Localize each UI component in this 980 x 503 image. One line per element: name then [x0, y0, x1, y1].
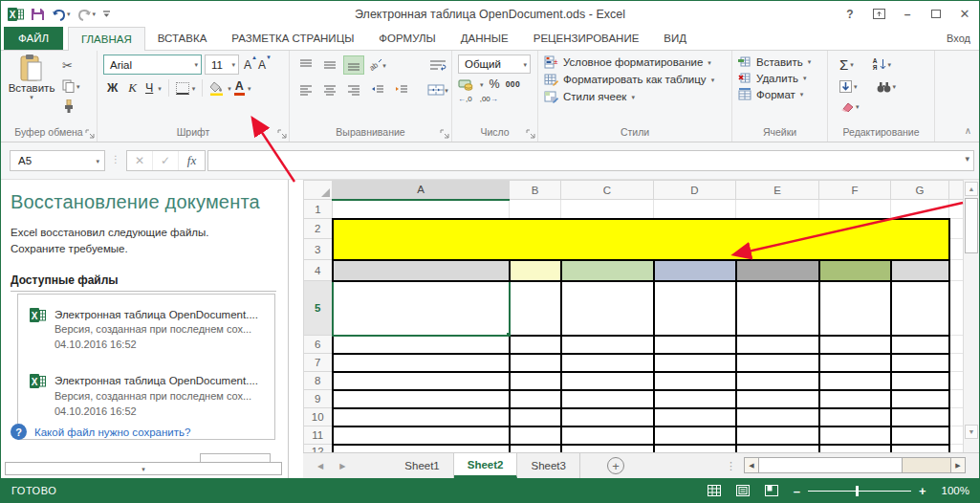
font-name-select[interactable]: Arial▾	[103, 55, 202, 75]
cell-C8[interactable]	[561, 372, 654, 390]
row-header-8[interactable]: 8	[304, 372, 333, 390]
new-sheet-button[interactable]: +	[607, 457, 624, 474]
cell-B6[interactable]	[510, 336, 561, 354]
fill-color-dropdown-icon[interactable]: ▾	[228, 85, 231, 92]
horizontal-scroll-thumb[interactable]	[759, 458, 903, 472]
cell-A5[interactable]	[333, 281, 510, 336]
cell-F6[interactable]	[819, 336, 891, 354]
minimize-button[interactable]: –	[893, 3, 922, 26]
next-sheet-icon[interactable]: ▶	[339, 462, 345, 470]
cell-G3[interactable]	[891, 239, 949, 260]
prev-sheet-icon[interactable]: ◀	[317, 462, 323, 470]
cell-C3[interactable]	[561, 239, 654, 260]
cell-G4[interactable]	[891, 260, 949, 281]
cell-F8[interactable]	[819, 372, 891, 390]
vertical-scroll-thumb[interactable]	[965, 198, 978, 253]
paste-dropdown-icon[interactable]: ▾	[30, 94, 33, 100]
cell-E10[interactable]	[736, 408, 819, 426]
scroll-up-icon[interactable]: ▲	[965, 182, 978, 196]
name-box[interactable]: A5 ▾	[10, 150, 105, 171]
maximize-button[interactable]	[922, 3, 950, 26]
collapse-ribbon-button[interactable]: ∧	[965, 125, 971, 136]
row-header-12[interactable]: 12	[304, 445, 333, 453]
confirm-entry-button[interactable]: ✓	[153, 151, 179, 170]
row-header-6[interactable]: 6	[304, 336, 333, 354]
find-select-button[interactable]: ▾	[873, 79, 901, 95]
cell-C5[interactable]	[561, 281, 654, 336]
cell-E3[interactable]	[736, 239, 819, 260]
cell-A2[interactable]	[333, 219, 510, 239]
cell-B12[interactable]	[510, 445, 561, 453]
tab-view[interactable]: ВИД	[651, 27, 699, 50]
sheetbar-splitter[interactable]: ⋮	[726, 453, 736, 478]
align-middle-button[interactable]	[319, 55, 340, 75]
cell-B9[interactable]	[510, 390, 561, 408]
cell-A11[interactable]	[333, 426, 510, 445]
cell-B4[interactable]	[510, 260, 561, 281]
cell-styles-button[interactable]: Стили ячеек▾	[544, 90, 714, 103]
undo-button[interactable]: ▾	[52, 8, 71, 21]
cell-F4[interactable]	[819, 260, 891, 281]
recovery-pane-partial-button[interactable]	[200, 453, 271, 462]
copy-button[interactable]: ▾	[58, 77, 84, 95]
cell-F9[interactable]	[819, 390, 891, 408]
increase-decimal-button[interactable]: ←←,0,0	[458, 95, 472, 103]
select-all-corner[interactable]	[304, 181, 333, 200]
row-header-4[interactable]: 4	[304, 260, 333, 281]
orientation-button[interactable]: ab▾	[367, 55, 388, 75]
column-header-C[interactable]: C	[561, 181, 654, 200]
cell-G11[interactable]	[891, 426, 949, 445]
underline-button[interactable]: Ч	[143, 81, 155, 95]
zoom-percentage[interactable]: 100%	[942, 485, 969, 496]
zoom-slider-thumb[interactable]	[856, 486, 859, 496]
close-button[interactable]: ✕	[950, 3, 979, 26]
cut-button[interactable]: ✂	[58, 56, 84, 75]
cell-A7[interactable]	[333, 354, 510, 372]
borders-dropdown-icon[interactable]: ▾	[192, 85, 196, 92]
autosum-button[interactable]: Σ▾	[836, 55, 858, 74]
redo-dropdown-icon[interactable]: ▾	[93, 11, 97, 17]
redo-button[interactable]: ▾	[77, 8, 97, 21]
cell-E8[interactable]	[736, 372, 819, 390]
cell-G6[interactable]	[891, 336, 949, 354]
increase-font-size-button[interactable]: A▲	[244, 58, 251, 72]
cell-D7[interactable]	[654, 354, 736, 372]
clear-button[interactable]: ▾	[836, 99, 863, 114]
number-dialog-launcher[interactable]	[526, 128, 535, 138]
number-format-select[interactable]: Общий▾	[458, 55, 531, 74]
recovery-pane-scrollbar[interactable]: ▾	[5, 462, 282, 475]
cell-D6[interactable]	[654, 336, 736, 354]
underline-dropdown-icon[interactable]: ▾	[158, 85, 162, 92]
column-header-D[interactable]: D	[654, 181, 736, 200]
tab-file[interactable]: ФАЙЛ	[4, 27, 63, 50]
formula-bar-splitter[interactable]: ⋮	[111, 154, 120, 164]
align-top-button[interactable]	[295, 55, 316, 75]
align-right-button[interactable]	[343, 80, 364, 99]
accounting-dropdown-icon[interactable]: ▾	[480, 81, 484, 88]
cell-E6[interactable]	[736, 336, 819, 354]
tab-page-layout[interactable]: РАЗМЕТКА СТРАНИЦЫ	[219, 27, 366, 50]
tab-formulas[interactable]: ФОРМУЛЫ	[366, 27, 447, 50]
cell-G8[interactable]	[891, 372, 949, 390]
tab-data[interactable]: ДАННЫЕ	[448, 27, 521, 50]
zoom-slider[interactable]	[808, 486, 911, 496]
align-bottom-button[interactable]	[343, 55, 364, 75]
ribbon-display-options-button[interactable]	[864, 3, 893, 26]
cancel-entry-button[interactable]: ✕	[127, 151, 153, 170]
align-left-button[interactable]	[295, 80, 316, 99]
column-header-A[interactable]: A	[333, 181, 510, 200]
clipboard-dialog-launcher[interactable]	[85, 128, 95, 138]
fill-button[interactable]: ▾	[836, 78, 861, 95]
cell-A9[interactable]	[333, 390, 510, 408]
fill-handle[interactable]	[506, 332, 510, 336]
cell-C11[interactable]	[561, 426, 654, 445]
row-header-2[interactable]: 2	[304, 219, 333, 239]
cell-F11[interactable]	[819, 426, 891, 445]
cell-C6[interactable]	[561, 336, 654, 354]
cell-B10[interactable]	[510, 408, 561, 426]
conditional-formatting-button[interactable]: ± Условное форматирование▾	[544, 55, 714, 69]
percent-style-button[interactable]: %	[490, 77, 500, 91]
cell-D1[interactable]	[654, 200, 736, 219]
delete-cells-button[interactable]: Удалить▾	[738, 72, 811, 84]
font-dialog-launcher[interactable]	[277, 128, 287, 138]
